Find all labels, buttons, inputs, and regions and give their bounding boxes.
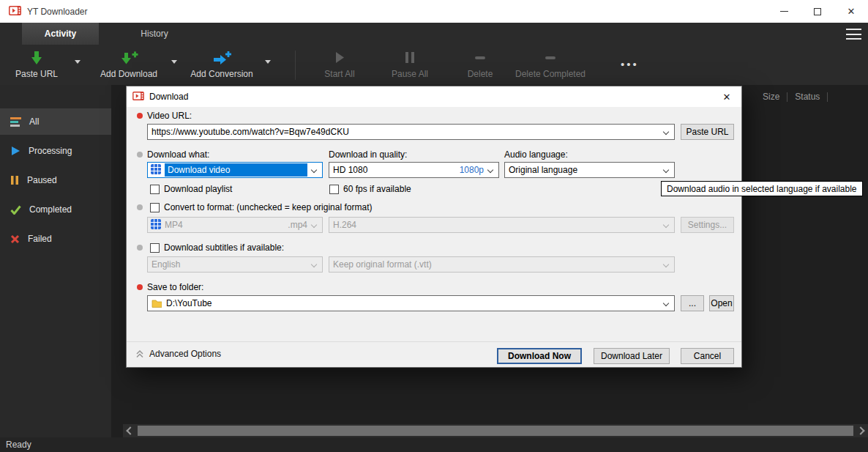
chevron-down-icon [487, 167, 493, 173]
all-filter-icon [10, 117, 21, 127]
chevron-down-icon [663, 300, 669, 306]
main-toolbar: Paste URL Add Download Add Conversion St… [0, 45, 868, 85]
toolbar-button-paste-url[interactable]: Paste URL [7, 48, 66, 82]
processing-icon [10, 146, 20, 156]
settings-button[interactable]: Settings... [681, 217, 734, 233]
close-icon: ✕ [723, 92, 731, 103]
toolbar-button-add-download[interactable]: Add Download [95, 48, 162, 82]
cancel-button[interactable]: Cancel [681, 348, 734, 364]
codec-combobox[interactable]: H.264 [329, 217, 675, 233]
toolbar-button-delete[interactable]: Delete [454, 48, 506, 82]
download-dialog: Download ✕ Video URL: Paste URL Download… [126, 86, 742, 368]
download-what-combobox[interactable]: Download video [147, 162, 323, 178]
dialog-title: Download [149, 92, 188, 102]
fps60-checkbox[interactable]: 60 fps if available [329, 184, 411, 194]
failed-x-icon [10, 234, 20, 244]
chevron-down-icon [311, 222, 317, 228]
folder-icon [151, 299, 162, 308]
sidebar-item-completed[interactable]: Completed [0, 196, 111, 223]
window-close-button[interactable]: ✕ [834, 0, 868, 23]
paste-url-dropdown-chevron-icon[interactable] [75, 60, 81, 64]
paused-icon [10, 175, 19, 185]
chevron-down-icon [663, 129, 669, 135]
scrollbar-thumb[interactable] [138, 426, 853, 436]
download-subtitles-checkbox[interactable]: Download subtitles if available: [150, 242, 284, 253]
add-download-icon [120, 51, 138, 68]
convert-format-checkbox[interactable]: Convert to format: (unchecked = keep ori… [150, 202, 372, 212]
add-conversion-dropdown-chevron-icon[interactable] [265, 60, 271, 64]
maximize-button[interactable] [801, 0, 834, 23]
add-conversion-icon [212, 51, 232, 68]
sidebar-item-all[interactable]: All [0, 108, 111, 135]
dialog-paste-url-button[interactable]: Paste URL [681, 124, 734, 140]
hamburger-menu-icon[interactable] [846, 29, 861, 40]
quality-badge: 1080p [460, 165, 484, 175]
tooltip: Download audio in selected language if a… [661, 181, 863, 196]
close-icon: ✕ [848, 7, 856, 16]
dialog-close-button[interactable]: ✕ [712, 86, 741, 107]
subtitle-format-combobox[interactable]: Keep original format (.vtt) [329, 256, 675, 273]
convert-format-combobox[interactable]: MP4 .mp4 [147, 217, 323, 233]
open-folder-button[interactable]: Open [709, 295, 734, 311]
sidebar-item-processing[interactable]: Processing [0, 138, 111, 164]
advanced-options-toggle[interactable]: Advanced Options [135, 349, 221, 359]
save-folder-combobox[interactable] [147, 295, 675, 311]
save-folder-label: Save to folder: [147, 282, 203, 292]
video-format-icon [151, 164, 161, 177]
tooltip-text: Download audio in selected language if a… [667, 184, 857, 194]
save-folder-input[interactable] [166, 297, 659, 310]
tab-activity[interactable]: Activity [22, 23, 99, 45]
tab-history[interactable]: History [110, 23, 199, 45]
scroll-left-arrow-icon[interactable] [126, 426, 134, 434]
paste-url-icon [29, 51, 45, 68]
delete-icon [474, 51, 487, 67]
sidebar-item-paused[interactable]: Paused [0, 167, 111, 193]
download-later-button[interactable]: Download Later [594, 348, 670, 364]
video-url-input[interactable] [151, 125, 659, 138]
dialog-logo-icon [132, 92, 144, 103]
completed-check-icon [10, 205, 21, 215]
minimize-icon [780, 11, 788, 12]
chevron-down-icon [663, 262, 669, 267]
audio-language-label: Audio language: [504, 149, 568, 160]
column-header-size[interactable]: Size [755, 92, 787, 102]
chevron-down-icon [311, 167, 317, 173]
sidebar-item-failed[interactable]: Failed [0, 226, 111, 252]
app-window: YT Downloader ✕ Activity History Paste U… [0, 0, 868, 452]
subtitle-language-combobox[interactable]: English [147, 256, 323, 273]
start-all-icon [333, 51, 346, 67]
option-bullet [137, 245, 143, 251]
quality-label: Download in quality: [329, 149, 407, 160]
scroll-right-arrow-icon[interactable] [856, 426, 864, 434]
browse-folder-button[interactable]: ... [681, 295, 704, 311]
format-extension: .mp4 [288, 220, 307, 230]
toolbar-button-delete-completed[interactable]: Delete Completed [510, 48, 591, 82]
checkbox-icon [329, 185, 339, 194]
video-url-combobox[interactable] [147, 124, 675, 140]
toolbar-button-start-all[interactable]: Start All [310, 48, 369, 82]
chevron-down-icon [663, 167, 669, 173]
minimize-button[interactable] [767, 0, 801, 23]
download-now-button[interactable]: Download Now [497, 348, 582, 364]
checkbox-icon [150, 243, 160, 253]
option-bullet [137, 204, 143, 210]
window-titlebar: YT Downloader ✕ [0, 0, 868, 23]
column-header-status[interactable]: Status [787, 92, 827, 102]
delete-completed-icon [544, 51, 557, 67]
checkbox-icon [150, 203, 160, 212]
horizontal-scrollbar[interactable] [123, 424, 868, 437]
chevron-down-icon [663, 222, 669, 228]
toolbar-button-add-conversion[interactable]: Add Conversion [187, 48, 257, 82]
app-logo-icon [9, 6, 21, 18]
option-bullet [137, 152, 143, 158]
dialog-titlebar: Download ✕ [127, 86, 741, 107]
list-column-headers: Size Status [755, 92, 828, 102]
window-title: YT Downloader [27, 7, 88, 17]
audio-language-combobox[interactable]: Original language [504, 162, 675, 178]
more-options-icon[interactable]: ••• [621, 58, 639, 70]
download-playlist-checkbox[interactable]: Download playlist [150, 184, 232, 194]
toolbar-button-pause-all[interactable]: Pause All [381, 48, 439, 82]
quality-combobox[interactable]: HD 1080 1080p [329, 162, 499, 178]
add-download-dropdown-chevron-icon[interactable] [171, 60, 177, 64]
video-url-label: Video URL: [147, 111, 192, 121]
